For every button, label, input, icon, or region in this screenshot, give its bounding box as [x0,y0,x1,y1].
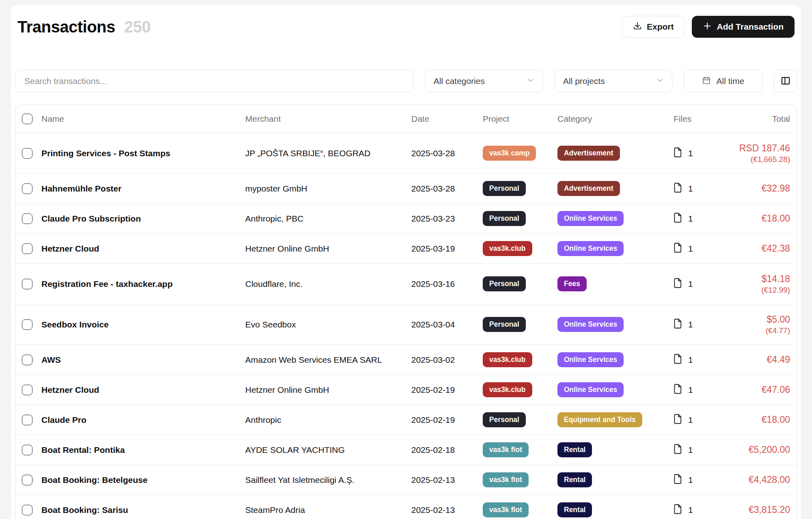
row-name[interactable]: Printing Services - Post Stamps [41,149,245,158]
column-header-category[interactable]: Category [557,114,674,124]
transaction-row[interactable]: Seedbox Invoice Evo Seedbox 2025-03-04 P… [15,304,797,345]
row-merchant: Anthropic [245,415,411,425]
project-badge[interactable]: Personal [483,276,526,291]
column-settings-button[interactable] [774,70,797,93]
row-name[interactable]: Claude Pro [41,415,245,425]
category-badge[interactable]: Equipment and Tools [557,412,642,427]
row-checkbox[interactable] [22,213,32,224]
header-actions: Export Add Transaction [622,16,795,38]
row-project-cell: vas3k flot [483,502,557,517]
row-name[interactable]: Hetzner Cloud [41,244,245,254]
row-total-converted: (€4.77) [723,326,790,335]
column-header-date[interactable]: Date [411,114,483,124]
export-button[interactable]: Export [622,16,685,38]
row-checkbox[interactable] [22,505,32,515]
row-category-cell: Online Services [557,352,674,367]
project-badge[interactable]: vas3k camp [483,146,536,161]
file-count: 1 [688,214,693,224]
row-project-cell: Personal [483,211,557,226]
row-name[interactable]: Hetzner Cloud [41,385,245,395]
category-badge[interactable]: Online Services [557,352,624,367]
row-checkbox[interactable] [22,319,32,330]
select-all-checkbox[interactable] [22,114,32,124]
project-badge[interactable]: Personal [483,412,526,427]
column-header-merchant[interactable]: Merchant [245,114,411,124]
row-total: €18.00 [723,414,790,425]
row-files-cell[interactable]: 1 [674,243,723,255]
add-transaction-button[interactable]: Add Transaction [692,16,795,38]
project-badge[interactable]: vas3k flot [483,502,529,517]
projects-filter[interactable]: All projects [555,70,672,93]
category-badge[interactable]: Rental [557,472,592,487]
category-badge[interactable]: Online Services [557,382,624,397]
transaction-row[interactable]: Hetzner Cloud Hetzner Online GmbH 2025-0… [15,233,797,263]
row-files-cell[interactable]: 1 [674,147,723,159]
transaction-row[interactable]: Claude Pro Anthropic 2025-02-19 Personal… [15,405,797,435]
row-name[interactable]: Boat Booking: Sarisu [41,505,245,515]
row-files-cell[interactable]: 1 [674,278,723,290]
row-files-cell[interactable]: 1 [674,444,723,456]
transaction-row[interactable]: Hetzner Cloud Hetzner Online GmbH 2025-0… [15,375,797,405]
row-name[interactable]: Hahnemühle Poster [41,184,245,194]
transaction-row[interactable]: Boat Rental: Pontika AYDE SOLAR YACHTING… [15,435,797,465]
row-checkbox[interactable] [22,183,32,194]
row-checkbox[interactable] [22,385,32,395]
time-filter[interactable]: All time [684,70,762,93]
row-name[interactable]: Registration Fee - taxhacker.app [41,279,245,289]
row-name[interactable]: AWS [41,355,245,365]
categories-filter[interactable]: All categories [425,70,543,93]
row-files-cell[interactable]: 1 [674,474,723,486]
row-checkbox[interactable] [22,475,32,485]
category-badge[interactable]: Rental [557,442,592,457]
project-badge[interactable]: vas3k.club [483,241,532,256]
project-badge[interactable]: Personal [483,181,526,196]
row-files-cell[interactable]: 1 [674,213,723,225]
row-name[interactable]: Seedbox Invoice [41,320,245,329]
project-badge[interactable]: Personal [483,317,526,332]
row-category-cell: Fees [557,276,674,291]
row-files-cell[interactable]: 1 [674,354,723,366]
project-badge[interactable]: vas3k flot [483,442,529,457]
transaction-row[interactable]: Printing Services - Post Stamps JP „POŠT… [15,133,797,173]
row-name[interactable]: Claude Pro Subscription [41,214,245,224]
row-checkbox[interactable] [22,445,32,455]
row-files-cell[interactable]: 1 [674,384,723,396]
category-badge[interactable]: Advertisement [557,181,620,196]
transactions-page: Transactions 250 Export Add Transaction [11,5,801,519]
category-badge[interactable]: Online Services [557,317,624,332]
search-input[interactable] [15,70,414,93]
row-checkbox[interactable] [22,279,32,289]
project-badge[interactable]: vas3k.club [483,382,532,397]
column-header-name[interactable]: Name [41,114,245,124]
row-files-cell[interactable]: 1 [674,319,723,331]
transaction-row[interactable]: AWS Amazon Web Services EMEA SARL 2025-0… [15,345,797,375]
row-checkbox[interactable] [22,415,32,425]
project-badge[interactable]: Personal [483,211,526,226]
transaction-row[interactable]: Hahnemühle Poster myposter GmbH 2025-03-… [15,173,797,203]
row-total-cell: €42.38 [723,243,797,254]
column-header-files[interactable]: Files [674,114,723,124]
category-badge[interactable]: Advertisement [557,146,620,161]
row-checkbox[interactable] [22,148,32,159]
transaction-row[interactable]: Boat Booking: Betelgeuse Sailfleet Yat I… [15,465,797,495]
transaction-row[interactable]: Claude Pro Subscription Anthropic, PBC 2… [15,203,797,233]
row-checkbox[interactable] [22,355,32,365]
project-badge[interactable]: vas3k flot [483,472,529,487]
category-badge[interactable]: Fees [557,276,587,291]
column-header-project[interactable]: Project [483,114,557,124]
row-files-cell[interactable]: 1 [674,183,723,195]
transaction-row[interactable]: Registration Fee - taxhacker.app Cloudfl… [15,263,797,304]
column-header-total[interactable]: Total [723,114,797,124]
category-badge[interactable]: Online Services [557,241,624,256]
row-check-cell [15,505,41,515]
row-checkbox[interactable] [22,243,32,254]
row-name[interactable]: Boat Booking: Betelgeuse [41,475,245,485]
row-files-cell[interactable]: 1 [674,504,723,516]
project-badge[interactable]: vas3k.club [483,352,532,367]
row-name[interactable]: Boat Rental: Pontika [41,445,245,455]
category-badge[interactable]: Rental [557,502,592,517]
row-files-cell[interactable]: 1 [674,414,723,426]
row-date: 2025-03-02 [411,355,483,365]
category-badge[interactable]: Online Services [557,211,624,226]
transaction-row[interactable]: Boat Booking: Sarisu SteamPro Adria 2025… [15,495,797,519]
